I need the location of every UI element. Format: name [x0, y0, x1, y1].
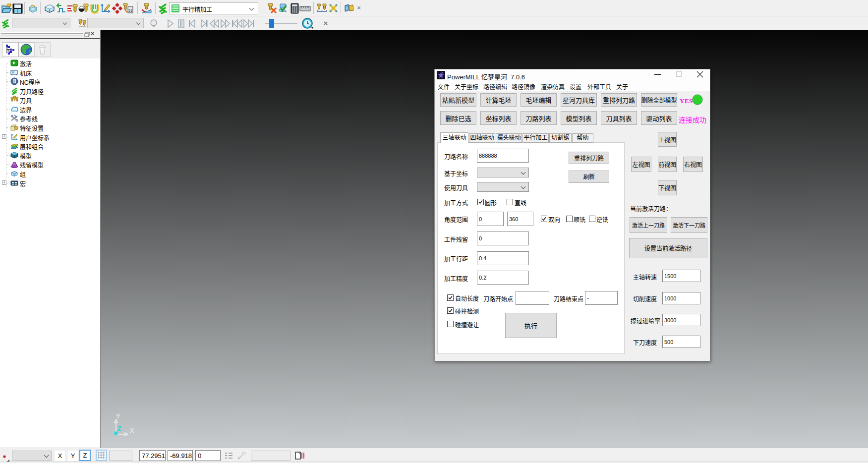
svg-text:Z: Z [117, 425, 121, 433]
svg-text:X: X [130, 427, 134, 434]
svg-text:Y: Y [116, 412, 120, 420]
